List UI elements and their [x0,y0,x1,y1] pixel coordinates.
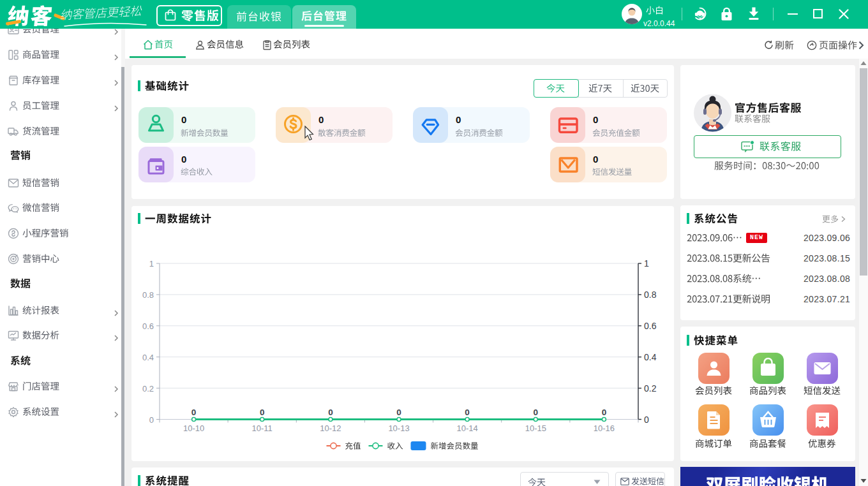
svg-text:0: 0 [534,408,539,417]
svg-text:10-14: 10-14 [456,423,477,433]
svg-text:10-12: 10-12 [320,423,341,433]
svg-text:0.2: 0.2 [644,383,657,394]
svg-text:10-16: 10-16 [594,423,615,433]
svg-text:0.4: 0.4 [644,352,657,362]
svg-text:0: 0 [396,408,401,417]
svg-text:10-11: 10-11 [252,423,273,433]
svg-text:0: 0 [602,408,607,417]
svg-text:0.4: 0.4 [142,353,154,362]
svg-text:0: 0 [260,408,265,417]
svg-text:1: 1 [149,259,154,269]
svg-text:1: 1 [644,258,649,269]
svg-text:10-13: 10-13 [388,423,409,433]
svg-text:0: 0 [328,408,333,417]
svg-text:10-15: 10-15 [525,423,546,433]
svg-text:0: 0 [191,408,197,417]
svg-text:0.6: 0.6 [644,321,657,331]
svg-text:0.6: 0.6 [142,321,154,331]
svg-text:10-10: 10-10 [183,423,204,433]
svg-text:0.8: 0.8 [644,290,657,300]
svg-text:0: 0 [149,415,154,425]
svg-text:0.2: 0.2 [142,384,154,394]
svg-text:0: 0 [644,415,649,425]
svg-text:0: 0 [465,408,470,417]
svg-text:0.8: 0.8 [142,290,154,300]
